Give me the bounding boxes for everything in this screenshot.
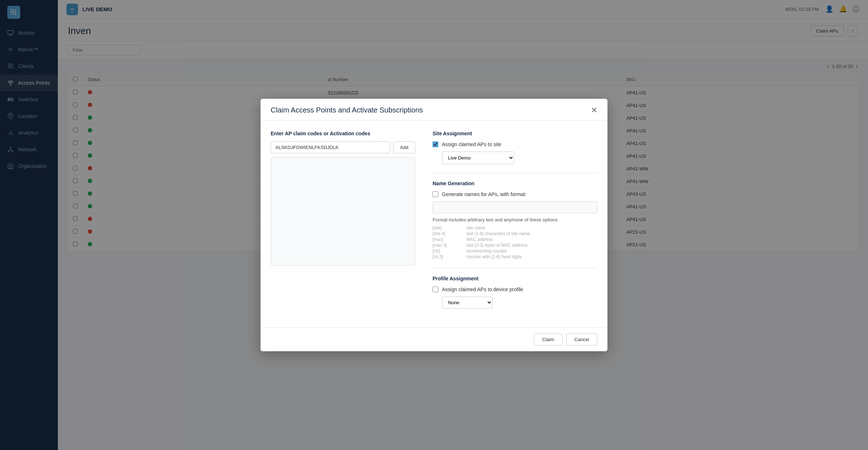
claim-codes-textarea[interactable]: [271, 157, 415, 266]
site-assignment-title: Site Assignment: [433, 131, 597, 136]
format-key: [mac.3]: [433, 243, 465, 248]
claim-input-row: Add: [271, 141, 415, 153]
modal-header: Claim Access Points and Activate Subscri…: [261, 99, 607, 120]
name-format-input[interactable]: [433, 201, 597, 213]
assign-site-row: Assign claimed APs to site: [433, 141, 597, 147]
modal-title: Claim Access Points and Activate Subscri…: [271, 106, 423, 114]
format-key: [ctr]: [433, 249, 465, 254]
modal-left: Enter AP claim codes or Activation codes…: [271, 131, 415, 317]
format-val: site name: [467, 225, 597, 230]
name-generation-section: Name Generation Generate names for APs, …: [433, 181, 597, 259]
assign-site-checkbox[interactable]: [433, 141, 438, 147]
generate-names-checkbox[interactable]: [433, 191, 438, 197]
generate-names-row: Generate names for APs, with format:: [433, 191, 597, 197]
modal-footer: Claim Cancel: [261, 327, 607, 351]
format-val: last (2-3) bytes of MAC address: [467, 243, 597, 248]
format-options: [site]site name[site.4]last (1-9) charac…: [433, 225, 597, 259]
name-generation-title: Name Generation: [433, 181, 597, 186]
site-assignment-section: Site Assignment Assign claimed APs to si…: [433, 131, 597, 164]
claim-codes-title: Enter AP claim codes or Activation codes: [271, 131, 415, 136]
assign-site-label: Assign claimed APs to site: [442, 141, 501, 147]
add-button[interactable]: Add: [393, 141, 415, 153]
format-key: [site]: [433, 225, 465, 230]
assign-profile-label: Assign claimed APs to device profile: [442, 286, 523, 292]
modal-overlay[interactable]: Claim Access Points and Activate Subscri…: [0, 0, 868, 450]
format-key: [mac]: [433, 237, 465, 242]
modal-right: Site Assignment Assign claimed APs to si…: [433, 131, 597, 317]
site-select[interactable]: Live Demo: [442, 152, 514, 164]
cancel-button[interactable]: Cancel: [566, 334, 597, 345]
format-help: Format includes arbitrary text and any/n…: [433, 217, 597, 222]
assign-profile-checkbox[interactable]: [433, 286, 438, 292]
modal-close-button[interactable]: ✕: [591, 106, 597, 114]
generate-names-label: Generate names for APs, with format:: [442, 191, 526, 197]
claim-code-input[interactable]: [271, 141, 390, 153]
format-val: counter with (2-6) fixed digits: [467, 254, 597, 259]
profile-assignment-title: Profile Assignment: [433, 276, 597, 281]
claim-modal: Claim Access Points and Activate Subscri…: [261, 99, 607, 351]
format-key: [ctr.3]: [433, 254, 465, 259]
modal-body: Enter AP claim codes or Activation codes…: [261, 120, 607, 327]
claim-button[interactable]: Claim: [534, 334, 562, 345]
format-val: incrementing counter: [467, 249, 597, 254]
profile-assignment-section: Profile Assignment Assign claimed APs to…: [433, 276, 597, 309]
assign-profile-row: Assign claimed APs to device profile: [433, 286, 597, 292]
format-key: [site.4]: [433, 231, 465, 236]
profile-select[interactable]: None: [442, 297, 493, 309]
format-val: MAC address: [467, 237, 597, 242]
format-val: last (1-9) characters of site name: [467, 231, 597, 236]
